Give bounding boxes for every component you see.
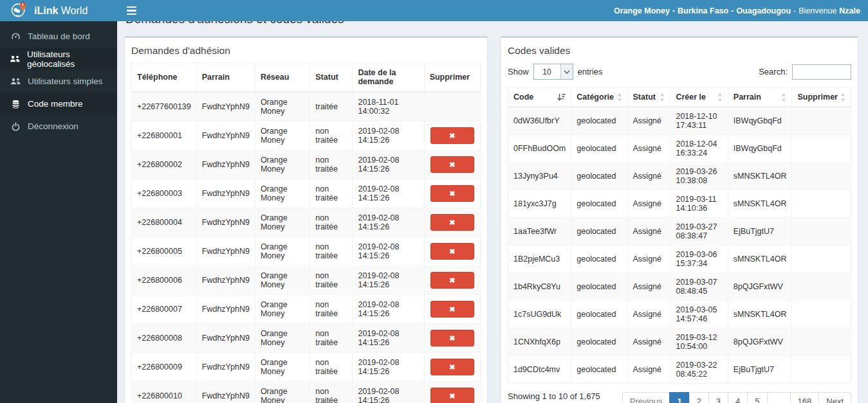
cell-parrain: FwdhzYphN9 xyxy=(196,324,255,353)
table-row: 0dW36UfbrYgeolocatedAssigné2018-12-10 17… xyxy=(508,107,851,135)
sort-both-icon xyxy=(617,93,622,102)
table-row: +22677600139FwdhzYphN9Orange Moneytraité… xyxy=(132,92,481,121)
column-header-code[interactable]: Code xyxy=(508,88,571,107)
column-header-creer-le[interactable]: Créer le xyxy=(670,88,728,107)
sidebar-item-code-membre[interactable]: Code membre xyxy=(0,93,117,115)
cell-reseau: Orange Money xyxy=(255,295,309,324)
ilink-globe-pin-logo-icon: $ xyxy=(10,1,28,21)
sidebar-item-deconnexion[interactable]: Déconnexion xyxy=(0,115,117,138)
welcome-label: Bienvenue xyxy=(799,6,836,15)
dashboard-icon xyxy=(10,32,21,40)
delete-button[interactable]: ✖ xyxy=(430,127,474,144)
users-icon xyxy=(10,77,21,85)
codes-table-header-row: CodeCatégorieStatutCréer leParrainSuppri… xyxy=(508,88,851,107)
cell-date: 2019-02-08 14:15:26 xyxy=(353,382,424,403)
delete-button[interactable]: ✖ xyxy=(430,388,474,403)
cell-parrain: sMNSKTL4OR xyxy=(728,163,792,190)
pagination-page-5[interactable]: 5 xyxy=(747,392,767,403)
context-city: Ouagadougou xyxy=(736,6,791,15)
column-header-parrain[interactable]: Parrain xyxy=(728,88,792,107)
sidebar-item-label: Utilisateurs simples xyxy=(28,76,102,86)
context-separator: - xyxy=(793,6,796,15)
sidebar-toggle-hamburger-icon[interactable] xyxy=(117,0,146,21)
cell-date: 2019-02-08 14:15:26 xyxy=(353,266,424,295)
cell-telephone: +226800002 xyxy=(132,150,197,179)
delete-button[interactable]: ✖ xyxy=(430,156,474,173)
cell-statut: non traitée xyxy=(310,353,353,382)
cell-telephone: +226800004 xyxy=(132,208,197,237)
table-row: 0FFhBudOOmgeolocatedAssigné2018-12-04 16… xyxy=(508,135,851,163)
requests-panel: Demandes d'adhésion TéléphoneParrainRése… xyxy=(124,36,488,403)
context-separator: - xyxy=(731,6,734,15)
search-input[interactable] xyxy=(792,64,851,80)
cell-statut: Assigné xyxy=(627,107,670,135)
sort-both-icon xyxy=(781,93,786,102)
search-label: Search: xyxy=(759,67,788,76)
power-icon xyxy=(10,122,21,131)
page-length-value: 10 xyxy=(534,64,560,79)
table-row: +226800007FwdhzYphN9Orange Moneynon trai… xyxy=(132,295,481,324)
column-header-label: Parrain xyxy=(734,93,761,102)
cell-code: 1B2pjeMCu3 xyxy=(508,246,571,273)
sidebar-item-utilisateurs-simples[interactable]: Utilisateurs simples xyxy=(0,70,117,93)
cell-categorie: geolocated xyxy=(571,301,627,328)
delete-button[interactable]: ✖ xyxy=(430,359,474,375)
pagination-next[interactable]: Next xyxy=(818,392,851,403)
sort-both-icon xyxy=(840,93,845,102)
sidebar-item-tableau-de-bord[interactable]: Tableau de bord xyxy=(0,25,117,48)
entries-label: entries xyxy=(578,67,603,76)
table-row: +226800001FwdhzYphN9Orange Moneynon trai… xyxy=(132,121,481,150)
cell-statut: non traitée xyxy=(310,237,353,266)
delete-button[interactable]: ✖ xyxy=(430,185,474,202)
delete-button[interactable]: ✖ xyxy=(430,214,474,231)
column-header-statut[interactable]: Statut xyxy=(627,88,670,107)
cell-supprimer xyxy=(792,301,851,328)
pagination-page-1[interactable]: 1 xyxy=(669,392,689,403)
delete-button[interactable]: ✖ xyxy=(430,330,474,346)
pagination-page-168[interactable]: 168 xyxy=(790,392,820,403)
cell-supprimer: ✖ xyxy=(424,121,480,150)
delete-button[interactable]: ✖ xyxy=(430,301,474,318)
cell-reseau: Orange Money xyxy=(255,266,309,295)
delete-button[interactable]: ✖ xyxy=(430,272,474,289)
cell-telephone: +226800008 xyxy=(132,324,197,353)
sidebar-item-utilisateurs-geolocalises[interactable]: Utilisateurs géolocalisés xyxy=(0,48,117,70)
pagination-page-2[interactable]: 2 xyxy=(689,392,709,403)
app-title: iLink World xyxy=(34,5,88,17)
cell-statut: Assigné xyxy=(627,246,670,273)
context-country: Burkina Faso xyxy=(678,6,728,15)
cell-parrain: 8pQJGFxtWV xyxy=(728,273,792,301)
page-length-select[interactable]: 10 xyxy=(533,64,573,80)
cell-cree_le: 2019-03-07 08:48:45 xyxy=(670,273,728,301)
sidebar-menu: Tableau de bordUtilisateurs géolocalisés… xyxy=(0,25,117,138)
cell-reseau: Orange Money xyxy=(255,237,309,266)
brand-logo[interactable]: $ iLink World xyxy=(0,0,117,21)
pagination-page-4[interactable]: 4 xyxy=(728,392,748,403)
delete-button[interactable]: ✖ xyxy=(430,243,474,260)
cell-date: 2019-02-08 14:15:26 xyxy=(353,237,424,266)
cell-telephone: +226800007 xyxy=(132,295,197,324)
cell-reseau: Orange Money xyxy=(255,121,309,150)
sort-both-icon xyxy=(660,93,665,102)
cell-parrain: IBWqyGbqFd xyxy=(728,107,792,135)
pagination-prev[interactable]: Previous xyxy=(622,392,670,403)
cell-supprimer: ✖ xyxy=(424,266,480,295)
cell-supprimer xyxy=(792,246,851,273)
column-header-categorie[interactable]: Catégorie xyxy=(571,88,627,107)
cell-parrain: FwdhzYphN9 xyxy=(196,237,255,266)
cell-statut: non traitée xyxy=(310,208,353,237)
cell-cree_le: 2018-12-04 16:33:24 xyxy=(670,135,728,163)
cell-statut: non traitée xyxy=(310,266,353,295)
pagination: Previous12345…168Next xyxy=(622,392,851,403)
context-separator: - xyxy=(672,6,675,15)
user-context: Orange Money - Burkina Faso - Ouagadougo… xyxy=(614,0,868,21)
cell-date: 2019-02-08 14:15:26 xyxy=(353,150,424,179)
cell-categorie: geolocated xyxy=(571,163,627,190)
cell-date: 2019-02-08 14:15:26 xyxy=(353,324,424,353)
pagination-page-3[interactable]: 3 xyxy=(708,392,728,403)
table-row: +226800008FwdhzYphN9Orange Moneynon trai… xyxy=(132,324,481,353)
cell-code: 1aaTee3fWr xyxy=(508,218,571,246)
cell-supprimer xyxy=(792,190,851,218)
column-header-supprimer[interactable]: Supprimer xyxy=(792,88,851,107)
cell-cree_le: 2019-03-12 10:54:00 xyxy=(670,328,728,356)
